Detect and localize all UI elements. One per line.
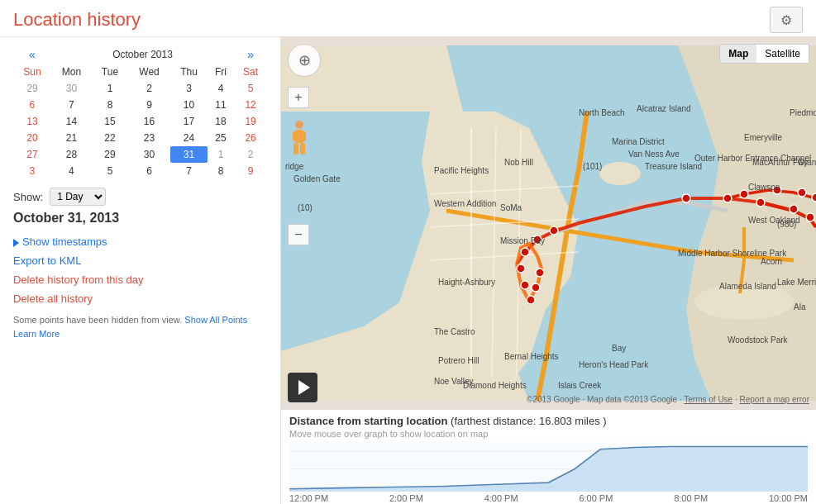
calendar-day[interactable]: 23 <box>128 130 170 146</box>
svg-text:Lake Merritt: Lake Merritt <box>777 278 816 287</box>
calendar-day[interactable]: 8 <box>208 163 234 179</box>
svg-text:Bernal Heights: Bernal Heights <box>504 352 559 361</box>
show-all-points-link[interactable]: Show All Points <box>184 315 247 325</box>
calendar-dow: Sun <box>13 64 51 80</box>
svg-point-21 <box>527 296 535 304</box>
svg-rect-65 <box>293 131 297 141</box>
svg-text:Nob Hill: Nob Hill <box>504 158 533 167</box>
svg-text:Woodstock Park: Woodstock Park <box>728 335 789 345</box>
calendar-dow: Sat <box>234 64 267 80</box>
map-type-control: Map Satellite <box>719 44 809 64</box>
export-kml-link[interactable]: Export to KML <box>13 254 267 267</box>
svg-text:Acorn: Acorn <box>761 257 782 266</box>
svg-text:Van Ness Ave: Van Ness Ave <box>628 150 680 159</box>
calendar-day[interactable]: 17 <box>170 113 208 130</box>
calendar-day[interactable]: 1 <box>208 146 234 163</box>
svg-text:Mission Bay: Mission Bay <box>500 236 545 245</box>
calendar-day[interactable]: 2 <box>234 146 267 163</box>
gear-icon: ⚙ <box>780 12 792 28</box>
calendar-day[interactable]: 14 <box>51 113 92 130</box>
zoom-out-button[interactable]: − <box>288 224 309 245</box>
calendar-day[interactable]: 26 <box>234 130 267 146</box>
play-icon <box>298 380 310 395</box>
show-timestamps-link[interactable]: Show timestamps <box>13 235 267 248</box>
calendar-day[interactable]: 6 <box>13 97 51 113</box>
svg-text:Grand Lake: Grand Lake <box>798 158 816 167</box>
calendar-day[interactable]: 25 <box>208 130 234 146</box>
calendar-day[interactable]: 2 <box>128 80 170 97</box>
calendar-day[interactable]: 15 <box>92 113 128 130</box>
svg-text:Clawson: Clawson <box>748 183 780 192</box>
map-navigation-control[interactable]: ⊕ <box>288 44 321 77</box>
map-type-map-button[interactable]: Map <box>720 45 756 63</box>
calendar-day[interactable]: 16 <box>128 113 170 130</box>
calendar-day[interactable]: 24 <box>170 130 208 146</box>
report-map-error-link[interactable]: Report a map error <box>740 395 809 404</box>
svg-point-6 <box>599 162 641 185</box>
calendar-day[interactable]: 4 <box>208 80 234 97</box>
chart-title: Distance from starting location (farthes… <box>289 415 808 427</box>
zoom-control: + − <box>288 87 309 245</box>
svg-text:Heron's Head Park: Heron's Head Park <box>579 360 649 369</box>
distance-chart: Distance from starting location (farthes… <box>281 409 816 504</box>
learn-more-link[interactable]: Learn More <box>13 329 60 339</box>
calendar-day[interactable]: 21 <box>51 130 92 146</box>
calendar-day[interactable]: 11 <box>208 97 234 113</box>
svg-text:Western Addition: Western Addition <box>434 199 496 208</box>
svg-text:SoMa: SoMa <box>500 203 523 212</box>
svg-point-23 <box>536 269 544 277</box>
calendar-day[interactable]: 7 <box>170 163 208 179</box>
calendar-day[interactable]: 12 <box>234 97 267 113</box>
calendar-prev[interactable]: « <box>29 48 36 61</box>
svg-rect-63 <box>293 143 298 155</box>
chart-area[interactable] <box>289 442 808 492</box>
calendar-day[interactable]: 6 <box>128 163 170 179</box>
svg-point-61 <box>295 121 303 129</box>
settings-button[interactable]: ⚙ <box>770 7 803 33</box>
calendar-day[interactable]: 7 <box>51 97 92 113</box>
show-select[interactable]: 1 Day2 Days7 Days <box>50 188 106 206</box>
calendar-day[interactable]: 1 <box>92 80 128 97</box>
svg-point-12 <box>740 190 748 198</box>
terms-of-use-link[interactable]: Terms of Use <box>684 395 732 404</box>
calendar-day[interactable]: 9 <box>128 97 170 113</box>
calendar-day[interactable]: 13 <box>13 113 51 130</box>
svg-point-15 <box>812 193 816 202</box>
calendar-day[interactable]: 30 <box>51 80 92 97</box>
calendar-day[interactable]: 29 <box>92 146 128 163</box>
calendar-dow: Mon <box>51 64 92 80</box>
svg-text:Marina District: Marina District <box>612 137 665 146</box>
svg-text:Haight-Ashbury: Haight-Ashbury <box>438 278 495 287</box>
delete-all-link[interactable]: Delete all history <box>13 292 267 305</box>
svg-text:Islais Creek: Islais Creek <box>558 381 602 390</box>
play-button[interactable] <box>288 373 317 402</box>
calendar-day[interactable]: 10 <box>170 97 208 113</box>
calendar-day[interactable]: 18 <box>208 113 234 130</box>
calendar-day[interactable]: 3 <box>13 163 51 179</box>
calendar-day[interactable]: 29 <box>13 80 51 97</box>
calendar-day[interactable]: 5 <box>92 163 128 179</box>
calendar-day[interactable]: 9 <box>234 163 267 179</box>
calendar-next[interactable]: » <box>247 48 254 61</box>
zoom-in-button[interactable]: + <box>288 87 309 108</box>
calendar-day[interactable]: 20 <box>13 130 51 146</box>
calendar-day[interactable]: 27 <box>13 146 51 163</box>
svg-point-7 <box>682 194 690 202</box>
calendar-day[interactable]: 31 <box>170 146 208 163</box>
calendar-day[interactable]: 3 <box>170 80 208 97</box>
calendar-day[interactable]: 4 <box>51 163 92 179</box>
svg-text:Ala: Ala <box>794 302 806 311</box>
calendar-day[interactable]: 30 <box>128 146 170 163</box>
calendar-day[interactable]: 22 <box>92 130 128 146</box>
calendar-day[interactable]: 19 <box>234 113 267 130</box>
svg-point-20 <box>521 281 529 289</box>
svg-text:Potrero Hill: Potrero Hill <box>438 356 479 365</box>
calendar-dow: Tue <box>92 64 128 80</box>
calendar-day[interactable]: 8 <box>92 97 128 113</box>
map-type-satellite-button[interactable]: Satellite <box>756 45 809 63</box>
delete-day-link[interactable]: Delete history from this day <box>13 273 267 286</box>
pegman[interactable] <box>288 120 311 162</box>
calendar-day[interactable]: 5 <box>234 80 267 97</box>
calendar-day[interactable]: 28 <box>51 146 92 163</box>
date-heading: October 31, 2013 <box>13 211 267 226</box>
